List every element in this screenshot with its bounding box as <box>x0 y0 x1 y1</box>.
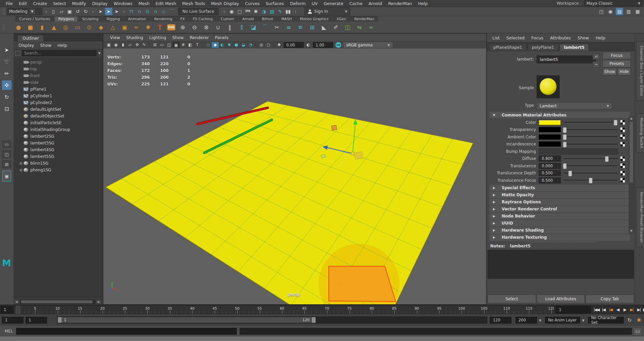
isolate-select-icon[interactable]: ◎ <box>258 42 265 48</box>
paint-select-tool[interactable]: ✏ <box>2 69 11 78</box>
section-hardware-texturing[interactable]: ▶Hardware Texturing <box>490 234 630 241</box>
field-chart-icon[interactable]: # <box>180 42 187 48</box>
scroll-down-icon[interactable]: ▼ <box>629 229 634 233</box>
section-uuid[interactable]: ▶UUID <box>490 220 630 227</box>
layout-single-pane[interactable]: ▭ <box>2 140 11 148</box>
select-by-hierarchy-icon[interactable]: ➤ <box>97 8 104 15</box>
search-input[interactable] <box>22 50 97 56</box>
select-by-component-icon[interactable]: ➤ <box>113 8 120 15</box>
viewport-menu-renderer[interactable]: Renderer <box>187 35 212 40</box>
attribute-slider[interactable] <box>564 127 617 133</box>
xray-icon[interactable]: ○ <box>265 42 272 48</box>
menu-curves[interactable]: Curves <box>242 0 262 7</box>
scroll-right-icon[interactable]: ▶ <box>96 300 101 304</box>
material-type-dropdown[interactable]: Lambert ▼ <box>537 102 612 109</box>
smooth-icon[interactable]: ≈ <box>367 23 375 32</box>
expand-icon[interactable]: ⊞ <box>18 168 24 172</box>
attribute-editor-toggle-icon[interactable]: ▤ <box>616 8 623 15</box>
ae-tab-pplaneshape1[interactable]: pPlaneShape1 <box>489 44 527 51</box>
output-connection-icon[interactable]: ↪ <box>593 61 600 68</box>
range-slider-track[interactable]: 1 120 <box>57 316 487 323</box>
lasso-tool[interactable]: ➰ <box>2 57 11 66</box>
mirror-icon[interactable]: ◫ <box>343 23 352 32</box>
film-gate-icon[interactable]: ▭ <box>158 42 166 48</box>
grid-toggle-icon[interactable]: ⊞ <box>151 42 158 48</box>
poly-pipe-icon[interactable]: ▣ <box>120 23 129 32</box>
exposure-icon[interactable]: ✱ <box>276 42 283 48</box>
ae-menu-attributes[interactable]: Attributes <box>547 35 574 41</box>
undo-icon[interactable]: ↺ <box>74 8 81 15</box>
save-scene-icon[interactable]: ▣ <box>66 8 73 15</box>
shelf-tab-motion-graphics[interactable]: Motion Graphics <box>296 16 332 22</box>
make-live-icon[interactable]: ⌒ <box>168 8 175 15</box>
ae-menu-help[interactable]: Help <box>593 35 608 41</box>
contrast-icon[interactable]: ◐ <box>305 42 312 48</box>
slider-handle[interactable] <box>614 120 617 126</box>
poly-disc-icon[interactable]: ⊙ <box>85 23 94 32</box>
outliner-item-defaultlightset[interactable]: defaultLightSet <box>13 106 103 113</box>
outliner-menu-help[interactable]: Help <box>55 42 70 48</box>
viewport-menu-show[interactable]: Show <box>170 35 186 40</box>
ae-menu-list[interactable]: List <box>490 35 502 41</box>
separate-icon[interactable]: ∥ <box>225 23 234 32</box>
slider-handle[interactable] <box>568 171 572 176</box>
ae-menu-selected[interactable]: Selected <box>504 35 527 41</box>
select-by-object-icon[interactable]: ➤ <box>105 8 112 15</box>
shelf-tab-polygons[interactable]: Polygons <box>55 16 78 22</box>
animation-end-field[interactable]: 200 <box>515 317 537 323</box>
section-common-material-attributes[interactable]: ▼ Common Material Attributes <box>490 112 630 118</box>
safe-title-icon[interactable]: T <box>194 42 201 48</box>
pan-zoom-2d-icon[interactable]: ✜ <box>134 42 141 48</box>
animation-preferences-icon[interactable]: ✱ <box>635 316 643 323</box>
offset-edge-loop-icon[interactable]: ≋ <box>296 23 305 32</box>
section-vector-renderer-control[interactable]: ▶Vector Renderer Control <box>490 206 630 212</box>
menu-renderman[interactable]: RenderMan <box>385 0 415 7</box>
ipr-render-icon[interactable]: IPR <box>244 8 251 15</box>
boolean-difference-icon[interactable]: ⊖ <box>190 23 199 32</box>
step-back-frame-button[interactable]: |◀ <box>601 306 606 313</box>
shelf-tab-bifrost[interactable]: Bifrost <box>258 16 277 22</box>
presets-button[interactable]: Presets <box>603 60 631 67</box>
play-forwards-button[interactable]: ▶ <box>622 306 628 313</box>
modeling-toolkit-toggle-icon[interactable]: ◳ <box>598 8 605 15</box>
map-field[interactable] <box>539 148 618 155</box>
section-matte-opacity[interactable]: ▶Matte Opacity <box>490 192 630 198</box>
chevron-down-icon[interactable]: ▼ <box>98 52 101 55</box>
animation-start-field[interactable]: 1 <box>2 317 24 323</box>
slider-handle[interactable] <box>563 142 567 147</box>
chevron-down-icon[interactable]: ▼ <box>539 319 541 322</box>
gate-mask-icon[interactable]: ▣ <box>173 42 180 48</box>
command-language-label[interactable]: MEL <box>5 329 13 334</box>
multi-cut-icon[interactable]: ✂ <box>273 23 281 32</box>
viewport-menu-view[interactable]: View <box>107 35 123 40</box>
show-button[interactable]: Show <box>603 68 617 75</box>
scrollbar-thumb[interactable] <box>21 300 93 303</box>
append-polygon-icon[interactable]: ⊞ <box>308 23 317 32</box>
render-settings-icon[interactable]: ✱ <box>252 8 259 15</box>
sidebar-tab-renderman-preset-browser[interactable]: RenderMan Preset Browser <box>636 187 644 247</box>
focus-button[interactable]: Focus <box>603 52 631 59</box>
attribute-slider[interactable] <box>564 141 617 147</box>
slider-handle[interactable] <box>563 134 567 140</box>
snap-to-view-planes-icon[interactable]: ◇ <box>160 8 167 15</box>
menu-help[interactable]: Help <box>415 0 431 7</box>
command-input[interactable] <box>16 328 237 335</box>
exposure-field[interactable]: 0.00 <box>284 42 304 48</box>
swap-node-icon[interactable]: ⇄ <box>593 53 600 60</box>
expand-icon[interactable]: ⊞ <box>18 162 24 165</box>
menu-select[interactable]: Select <box>50 0 69 7</box>
menu-uv[interactable]: UV <box>309 0 321 7</box>
sidebar-tab-modeling-toolkit[interactable]: Modeling Toolkit <box>636 113 644 153</box>
paint-effects-icon[interactable]: ✎ <box>276 8 284 15</box>
resolution-gate-icon[interactable]: ◫ <box>166 42 173 48</box>
create-texture-button[interactable] <box>620 178 625 183</box>
layout-four-pane[interactable]: ⊞ <box>2 161 11 168</box>
character-set-field[interactable]: No Character Set <box>588 317 624 323</box>
range-slider-block[interactable]: 1 120 <box>58 317 316 323</box>
menu-file[interactable]: File <box>3 0 16 7</box>
humanik-toggle-icon[interactable]: ◉ <box>607 8 614 15</box>
boolean-intersection-icon[interactable]: ⊗ <box>202 23 211 32</box>
drag-grip[interactable] <box>2 24 5 30</box>
symmetrize-icon[interactable]: ⇋ <box>355 23 364 32</box>
select-camera-icon[interactable]: ▣ <box>105 42 112 48</box>
